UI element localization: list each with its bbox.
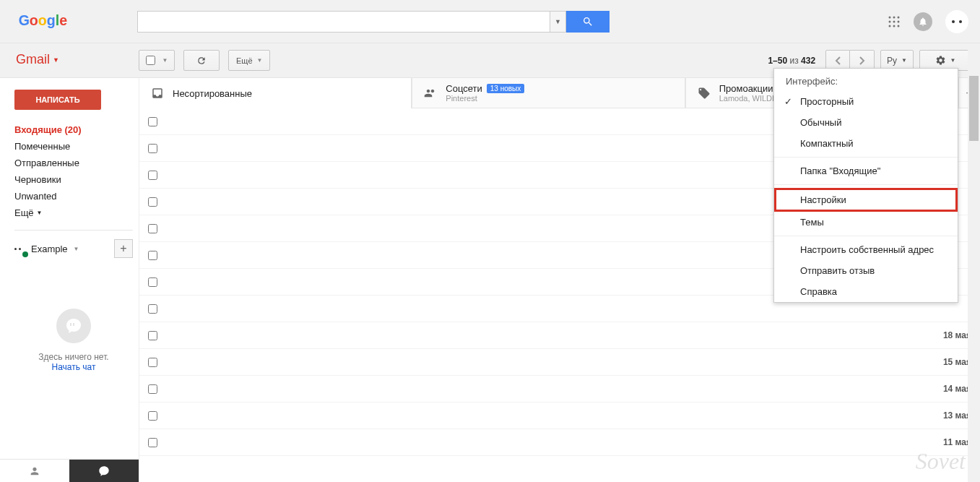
apps-icon[interactable] — [888, 15, 901, 28]
header: Google ▼ — [0, 0, 980, 43]
gmail-menu[interactable]: Gmail▼ — [16, 52, 59, 67]
tab-primary[interactable]: Несортированные — [139, 78, 412, 108]
svg-point-1 — [889, 16, 891, 18]
search-options-dropdown[interactable]: ▼ — [550, 12, 565, 32]
hangouts-icon-small — [98, 465, 110, 477]
more-label: Ещё — [236, 56, 253, 65]
inbox-icon — [149, 87, 165, 100]
sidebar-footer — [0, 459, 139, 482]
mail-checkbox[interactable] — [148, 171, 157, 180]
hangouts-empty: Здесь ничего нет. Начать чат — [14, 309, 133, 372]
mail-row[interactable]: 11 мая — [139, 429, 980, 456]
mail-checkbox[interactable] — [148, 304, 157, 314]
mail-checkbox[interactable] — [148, 251, 157, 260]
tab-promo-label: Промоакции — [719, 83, 773, 94]
tab-primary-label: Несортированные — [173, 88, 252, 99]
chat-section: Example ▼ + Здесь ничего нет. Начать чат — [14, 230, 133, 372]
sidebar-item-2[interactable]: Отправленные — [14, 155, 133, 171]
account-avatar[interactable] — [945, 10, 968, 33]
dropdown-item[interactable]: Справка — [774, 281, 958, 302]
dropdown-item[interactable]: Компактный — [774, 133, 958, 154]
svg-point-9 — [898, 25, 900, 27]
search-icon — [582, 16, 594, 27]
header-right — [888, 10, 968, 33]
sidebar-item-5[interactable]: Ещё▼ — [14, 205, 133, 221]
people-icon — [422, 87, 438, 100]
more-button[interactable]: Ещё▼ — [228, 50, 270, 71]
select-all-button[interactable]: ▼ — [139, 50, 175, 71]
svg-point-5 — [893, 20, 896, 22]
scrollbar-thumb[interactable] — [969, 76, 979, 141]
hangouts-icon — [56, 309, 91, 343]
sidebar-item-1[interactable]: Помеченные — [14, 138, 133, 155]
mail-checkbox[interactable] — [148, 384, 157, 394]
mail-checkbox[interactable] — [148, 438, 157, 447]
tag-icon — [696, 87, 712, 100]
tab-social-sub: Pinterest — [446, 94, 524, 103]
sidebar-item-0[interactable]: Входящие (20) — [14, 121, 133, 138]
search-button[interactable] — [566, 11, 610, 33]
mail-checkbox[interactable] — [148, 117, 157, 126]
gear-icon — [935, 55, 946, 66]
mail-checkbox[interactable] — [148, 411, 157, 421]
refresh-icon — [196, 56, 207, 66]
svg-point-3 — [898, 16, 900, 18]
new-chat-button[interactable]: + — [114, 239, 133, 258]
mail-row[interactable]: 18 мая — [139, 322, 980, 349]
dropdown-item[interactable]: Настройки — [774, 188, 958, 212]
dropdown-item[interactable]: Обычный — [774, 112, 958, 133]
mail-checkbox[interactable] — [148, 144, 157, 153]
chevron-right-icon — [859, 56, 865, 65]
hangouts-empty-text: Здесь ничего нет. — [14, 352, 133, 362]
search-box: ▼ — [137, 11, 566, 33]
mail-checkbox[interactable] — [148, 197, 157, 207]
sidebar-item-3[interactable]: Черновики — [14, 171, 133, 188]
mail-checkbox[interactable] — [148, 224, 157, 233]
tab-social-label: Соцсети — [446, 83, 482, 94]
mail-row[interactable]: 15 мая — [139, 349, 980, 376]
google-logo[interactable]: Google — [17, 11, 84, 33]
dropdown-item[interactable]: Просторный — [774, 91, 958, 112]
svg-point-8 — [893, 25, 896, 27]
dropdown-item[interactable]: Отправить отзыв — [774, 260, 958, 281]
svg-text:Google: Google — [19, 12, 68, 28]
mail-row[interactable]: 13 мая — [139, 403, 980, 429]
sidebar-nav: Входящие (20)ПомеченныеОтправленныеЧерно… — [14, 121, 133, 221]
tab-social-badge: 13 новых — [487, 84, 525, 93]
mail-checkbox[interactable] — [148, 277, 157, 287]
svg-point-7 — [889, 25, 891, 27]
mail-row[interactable]: 14 мая — [139, 376, 980, 403]
svg-point-4 — [889, 20, 891, 22]
notifications-icon[interactable] — [914, 12, 932, 31]
dropdown-item[interactable]: Папка "Входящие" — [774, 160, 958, 181]
chat-user-row[interactable]: Example ▼ + — [14, 239, 133, 258]
mail-checkbox[interactable] — [148, 358, 157, 367]
dropdown-item[interactable]: Настроить собственный адрес — [774, 239, 958, 260]
person-icon — [29, 465, 40, 477]
svg-point-2 — [893, 16, 896, 18]
hangouts-tab[interactable] — [69, 460, 139, 482]
settings-dropdown: Интерфейс: ПросторныйОбычныйКомпактный П… — [773, 68, 958, 303]
scrollbar[interactable] — [968, 43, 980, 482]
dropdown-item[interactable]: Темы — [774, 212, 958, 233]
select-all-checkbox[interactable] — [146, 56, 155, 65]
chat-username: Example — [31, 244, 68, 254]
sidebar: Gmail▼ НАПИСАТЬ Входящие (20)ПомеченныеО… — [0, 78, 139, 482]
mail-checkbox[interactable] — [148, 331, 157, 340]
tab-social[interactable]: Соцсети 13 новых Pinterest — [412, 78, 685, 108]
dropdown-header: Интерфейс: — [774, 69, 958, 91]
chevron-left-icon — [835, 56, 841, 65]
presence-indicator — [14, 246, 28, 251]
svg-point-6 — [898, 20, 900, 22]
search-input[interactable] — [138, 12, 550, 32]
compose-button[interactable]: НАПИСАТЬ — [14, 90, 101, 110]
start-chat-link[interactable]: Начать чат — [14, 362, 133, 372]
page-count: 1–50 из 432 — [768, 56, 815, 66]
contacts-tab[interactable] — [0, 460, 69, 482]
search-container: ▼ — [137, 11, 610, 33]
sidebar-item-4[interactable]: Unwanted — [14, 188, 133, 205]
refresh-button[interactable] — [183, 50, 220, 71]
